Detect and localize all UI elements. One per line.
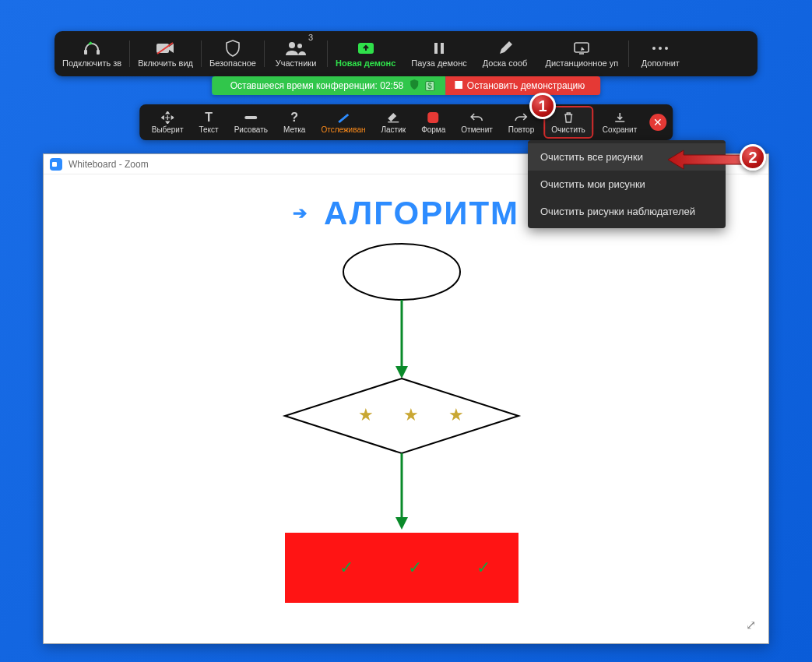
format-tool[interactable]: Форма bbox=[415, 106, 452, 139]
whiteboard-button[interactable]: Доска сооб bbox=[475, 31, 536, 76]
undo-icon bbox=[470, 111, 484, 125]
move-icon bbox=[161, 111, 174, 125]
clear-mine-item[interactable]: Очистить мои рисунки bbox=[528, 171, 726, 198]
svg-rect-8 bbox=[441, 43, 444, 54]
redo-label: Повтор bbox=[508, 125, 534, 134]
stop-icon bbox=[455, 80, 462, 91]
remote-button[interactable]: Дистанционное уп bbox=[535, 31, 628, 76]
headphones-icon bbox=[83, 40, 101, 57]
security-button[interactable]: Безопасное bbox=[202, 31, 264, 76]
close-icon: ✕ bbox=[653, 116, 663, 129]
svg-marker-19 bbox=[395, 366, 408, 379]
remote-label: Дистанционное уп bbox=[545, 58, 618, 68]
svg-point-11 bbox=[659, 47, 662, 50]
camera-off-icon bbox=[156, 40, 176, 57]
audio-label: Подключить зв bbox=[62, 58, 121, 68]
stamp-label: Метка bbox=[283, 125, 305, 134]
step-1-badge: 1 bbox=[529, 93, 556, 119]
clear-all-label: Очистить все рисунки bbox=[540, 151, 643, 163]
timer-text: Оставшееся время конференции: 02:58 bbox=[230, 80, 404, 91]
dots-icon bbox=[651, 40, 670, 57]
participants-count: 3 bbox=[308, 33, 313, 42]
svg-marker-24 bbox=[668, 150, 746, 169]
remote-icon bbox=[573, 40, 590, 57]
spotlight-tool[interactable]: Отслеживан bbox=[315, 106, 371, 139]
question-icon: ? bbox=[290, 111, 298, 125]
stamp-tool[interactable]: ? Метка bbox=[277, 106, 311, 139]
svg-rect-2 bbox=[156, 44, 169, 53]
select-label: Выберит bbox=[152, 125, 184, 134]
step-2-badge: 2 bbox=[740, 144, 766, 171]
svg-rect-16 bbox=[428, 112, 439, 123]
text-tool[interactable]: T Текст bbox=[193, 106, 225, 139]
trash-icon bbox=[562, 111, 575, 125]
svg-rect-7 bbox=[434, 43, 438, 54]
svg-rect-0 bbox=[84, 50, 87, 55]
participants-button[interactable]: 3 Участники bbox=[265, 31, 327, 76]
save-tool[interactable]: Сохранит bbox=[596, 106, 643, 139]
svg-point-10 bbox=[652, 47, 656, 50]
shield-icon bbox=[225, 40, 241, 57]
svg-point-4 bbox=[289, 42, 295, 48]
draw-label: Рисовать bbox=[234, 125, 268, 134]
step-2-text: 2 bbox=[748, 149, 757, 167]
undo-tool[interactable]: Отменит bbox=[455, 106, 498, 139]
clear-label: Очистить bbox=[551, 125, 585, 134]
new-share-label: Новая демонс bbox=[336, 58, 395, 68]
pause-share-button[interactable]: Пауза демонс bbox=[403, 31, 474, 76]
redo-icon bbox=[515, 111, 529, 125]
step-1-text: 1 bbox=[538, 97, 547, 115]
security-label: Безопасное bbox=[209, 58, 256, 68]
pause-label: Пауза демонс bbox=[411, 58, 466, 68]
eraser-icon bbox=[387, 111, 399, 125]
clear-viewers-label: Очистить рисунки наблюдателей bbox=[540, 206, 695, 217]
format-icon bbox=[427, 111, 440, 125]
draw-tool[interactable]: Рисовать bbox=[228, 106, 274, 139]
line-icon bbox=[244, 111, 258, 125]
svg-point-17 bbox=[343, 244, 460, 300]
svg-rect-15 bbox=[388, 121, 399, 122]
dollar-icon: $ bbox=[425, 81, 434, 91]
download-icon bbox=[613, 111, 626, 125]
participants-label: Участники bbox=[276, 58, 317, 68]
video-label: Включить вид bbox=[138, 58, 193, 68]
svg-rect-1 bbox=[97, 50, 100, 55]
pencil-icon bbox=[497, 40, 513, 57]
text-label: Текст bbox=[199, 125, 219, 134]
spotlight-icon bbox=[336, 111, 350, 125]
expand-icon[interactable]: ⤢ bbox=[746, 618, 756, 632]
eraser-tool[interactable]: Ластик bbox=[374, 106, 412, 139]
stop-share-button[interactable]: Остановить демонстрацию bbox=[445, 76, 600, 95]
more-button[interactable]: Дополнит bbox=[629, 31, 691, 76]
checks-icon: ✓ ✓ ✓ bbox=[339, 558, 515, 578]
spotlight-label: Отслеживан bbox=[321, 125, 365, 134]
shield-small-icon bbox=[410, 79, 419, 93]
close-toolbar-button[interactable]: ✕ bbox=[649, 114, 666, 131]
zoom-logo-icon bbox=[50, 158, 62, 171]
save-label: Сохранит bbox=[603, 125, 637, 134]
clear-mine-label: Очистить мои рисунки bbox=[540, 178, 645, 190]
svg-point-5 bbox=[297, 44, 302, 48]
whiteboard-title: Whiteboard - Zoom bbox=[69, 159, 149, 170]
callout-arrow-icon bbox=[668, 149, 746, 171]
svg-rect-14 bbox=[244, 116, 257, 119]
svg-point-12 bbox=[665, 47, 668, 50]
people-icon bbox=[285, 40, 307, 57]
meeting-timer[interactable]: Оставшееся время конференции: 02:58 $ bbox=[212, 76, 445, 95]
new-share-button[interactable]: Новая демонс bbox=[328, 31, 403, 76]
svg-rect-13 bbox=[455, 81, 462, 89]
more-label: Дополнит bbox=[642, 58, 680, 68]
audio-button[interactable]: Подключить зв bbox=[54, 31, 129, 76]
whiteboard-canvas[interactable]: ➔ АЛГОРИТМ ★ ★ ★ ✓ ✓ ✓ ⤢ bbox=[44, 174, 768, 643]
svg-marker-22 bbox=[395, 517, 408, 530]
video-button[interactable]: Включить вид bbox=[130, 31, 201, 76]
select-tool[interactable]: Выберит bbox=[146, 106, 190, 139]
stop-text: Остановить демонстрацию bbox=[467, 80, 585, 91]
stars-icon: ★ ★ ★ bbox=[358, 405, 476, 425]
clear-viewers-item[interactable]: Очистить рисунки наблюдателей bbox=[528, 198, 726, 225]
undo-label: Отменит bbox=[461, 125, 492, 134]
pause-icon bbox=[432, 40, 446, 57]
whiteboard-label: Доска сооб bbox=[483, 58, 528, 68]
format-label: Форма bbox=[421, 125, 445, 134]
main-toolbar: Подключить зв Включить вид Безопасное 3 … bbox=[54, 31, 758, 76]
